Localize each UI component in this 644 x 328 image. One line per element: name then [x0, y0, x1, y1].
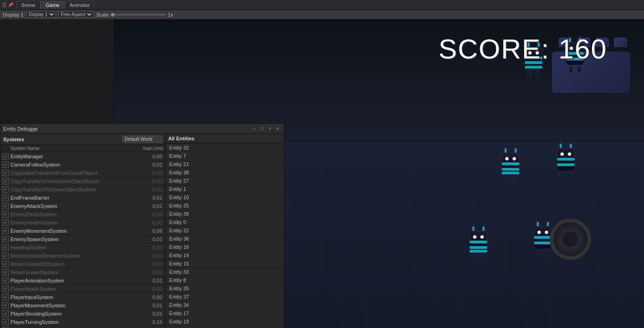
system-row[interactable]: EndFrameBarrier0,01	[0, 194, 165, 202]
system-row[interactable]: PlayerTurningSystem0,16	[0, 318, 165, 326]
system-checkbox[interactable]	[2, 277, 9, 284]
system-checkbox[interactable]	[2, 211, 9, 218]
entity-row[interactable]: Entity 35	[166, 284, 284, 293]
system-checkbox[interactable]	[2, 286, 9, 292]
pin-icon: 📌	[8, 2, 13, 7]
entity-row[interactable]: Entity 0	[166, 218, 284, 226]
enemy-eye	[537, 230, 541, 234]
system-checkbox[interactable]	[2, 170, 9, 176]
entity-row[interactable]: Entity 15	[166, 259, 284, 268]
entity-row[interactable]: Entity 32	[166, 144, 284, 152]
system-row[interactable]: CopyTransformToGameObjectSystem0,00	[0, 185, 165, 194]
close-button[interactable]: ×	[267, 126, 273, 132]
entity-row[interactable]: Entity 38	[166, 168, 284, 177]
scale-thumb[interactable]	[111, 13, 115, 17]
system-row[interactable]: EnemyAttackSystem0,01	[0, 202, 165, 210]
system-row[interactable]: MoveForward2DSystem0,00	[0, 260, 165, 268]
system-checkbox[interactable]	[2, 311, 9, 317]
system-checkbox[interactable]	[2, 294, 9, 300]
system-name: CopyTransformFromGameObjectSyster	[9, 178, 136, 184]
system-checkbox[interactable]	[2, 253, 9, 259]
system-name: PlayerHealthSystem	[9, 286, 136, 292]
tab-animator[interactable]: Animator	[64, 1, 95, 9]
entity-row[interactable]: Entity 39	[166, 210, 284, 218]
maximize-button[interactable]: □	[259, 126, 265, 132]
entity-row[interactable]: Entity 27	[166, 177, 284, 185]
system-checkbox[interactable]	[2, 228, 9, 234]
system-row[interactable]: TestManager0,00	[0, 326, 165, 328]
entity-row[interactable]: Entity 22	[166, 226, 284, 235]
system-checkbox[interactable]	[2, 244, 9, 251]
entity-row[interactable]: Entity 37	[166, 293, 284, 301]
system-checkbox[interactable]	[2, 178, 9, 184]
system-checkbox[interactable]	[2, 236, 9, 242]
system-ms: 0,08	[136, 228, 163, 234]
system-row[interactable]: EnemyMovementSystem0,08	[0, 227, 165, 235]
wheel-inner	[561, 230, 580, 248]
enemy-eye	[505, 157, 509, 161]
enemy-leg	[472, 255, 477, 261]
system-row[interactable]: MeshInstanceRendererSystem0,00	[0, 252, 165, 260]
menu-button[interactable]: ≡	[275, 126, 281, 132]
system-checkbox[interactable]	[2, 186, 9, 193]
minimize-button[interactable]: –	[251, 126, 258, 132]
system-checkbox[interactable]	[2, 195, 9, 201]
system-row[interactable]: HeadingSystem0,00	[0, 243, 165, 252]
entity-row[interactable]: Entity 36	[166, 235, 284, 243]
enemy-stripe	[534, 242, 552, 244]
system-row[interactable]: PlayerInputSystem0,00	[0, 293, 165, 301]
system-row[interactable]: EnemySpawnSystem0,01	[0, 235, 165, 243]
entity-row[interactable]: Entity 21	[166, 160, 284, 168]
entity-row[interactable]: Entity 1	[166, 185, 284, 193]
system-checkbox[interactable]	[2, 153, 9, 160]
system-row[interactable]: PlayerShootingSystem0,01	[0, 310, 165, 318]
system-row[interactable]: PlayerMovementSystem0,01	[0, 301, 165, 310]
entity-row[interactable]: Entity 8	[166, 276, 284, 284]
entity-row[interactable]: Entity 33	[166, 268, 284, 276]
enemy-eyes	[537, 230, 548, 234]
system-row[interactable]: PlayerHealthSystem0,00	[0, 285, 165, 293]
entity-row[interactable]: Entity 14	[166, 251, 284, 259]
enemy-stripe	[502, 172, 519, 174]
entity-row[interactable]: Entity 25	[166, 201, 284, 210]
system-name: PlayerShootingSystem	[9, 311, 136, 316]
tab-scene[interactable]: Scene	[16, 1, 40, 9]
scale-label: Scale	[96, 12, 109, 17]
entity-row[interactable]: Entity 17	[166, 309, 284, 317]
tab-game[interactable]: Game	[40, 1, 64, 9]
enemy-leg	[504, 177, 509, 183]
system-row[interactable]: CameraFollowSystem0,02	[0, 161, 165, 169]
entity-row[interactable]: Entity 16	[166, 243, 284, 251]
system-checkbox[interactable]	[2, 219, 9, 226]
system-row[interactable]: PlayerAnimationSystem0,01	[0, 276, 165, 285]
systems-list[interactable]: EntityManager0,00CameraFollowSystem0,02C…	[0, 152, 165, 328]
system-row[interactable]: MoveForwardSystem0,00	[0, 268, 165, 276]
system-checkbox[interactable]	[2, 269, 9, 276]
world-select[interactable]: Default World	[122, 136, 162, 143]
enemy-legs	[559, 172, 572, 178]
system-checkbox[interactable]	[2, 319, 9, 325]
system-checkbox[interactable]	[2, 161, 9, 168]
enemy-eye	[512, 157, 516, 161]
system-row[interactable]: EnemyDeathSystem0,00	[0, 210, 165, 219]
entity-row[interactable]: Entity 7	[166, 152, 284, 160]
system-checkbox[interactable]	[2, 302, 9, 309]
entities-list[interactable]: Entity 32Entity 7Entity 21Entity 38Entit…	[166, 144, 284, 328]
entity-row[interactable]: Entity 28	[166, 326, 284, 328]
entity-row[interactable]: Entity 34	[166, 301, 284, 309]
entity-row[interactable]: Entity 19	[166, 317, 284, 326]
system-checkbox[interactable]	[2, 203, 9, 209]
scale-track[interactable]	[111, 14, 166, 16]
system-row[interactable]: EntityManager0,00	[0, 152, 165, 161]
system-name: EnemyDeathSystem	[9, 212, 136, 217]
system-row[interactable]: EnemyHealthSystem0,00	[0, 219, 165, 227]
system-checkbox[interactable]	[2, 261, 9, 267]
col-name-header: System Name	[10, 146, 136, 151]
system-name: CopyInitialTransformFromGameObject	[9, 170, 136, 176]
scale-bar: Scale 1x	[96, 12, 173, 17]
system-row[interactable]: CopyInitialTransformFromGameObject0,00	[0, 169, 165, 177]
entity-row[interactable]: Entity 10	[166, 193, 284, 201]
display-select[interactable]: Display 1	[26, 11, 56, 18]
aspect-select[interactable]: Free Aspect	[58, 11, 93, 18]
system-row[interactable]: CopyTransformFromGameObjectSyster0,00	[0, 177, 165, 185]
